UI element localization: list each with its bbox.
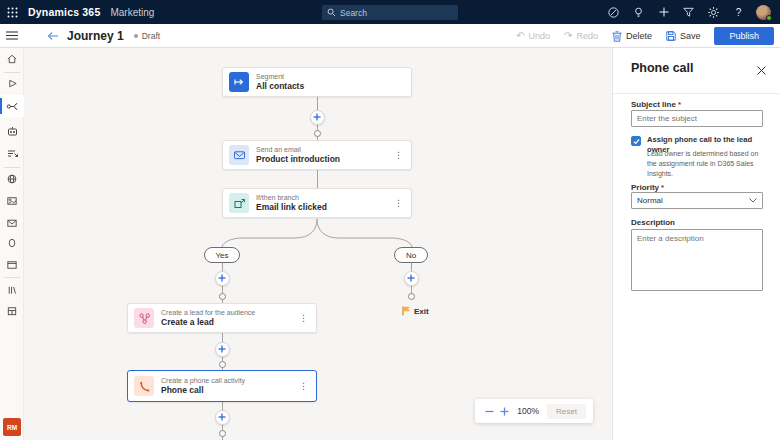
lightbulb-icon[interactable] (626, 0, 651, 24)
sidebar-item-assets[interactable] (0, 190, 24, 212)
globe-icon (6, 173, 18, 185)
node-more-menu[interactable]: ⋮ (392, 150, 405, 160)
node-segment[interactable]: SegmentAll contacts (222, 67, 412, 97)
branch-split-connector (221, 218, 413, 248)
add-step-button[interactable] (215, 410, 230, 425)
filter-icon[interactable] (676, 0, 701, 24)
sidebar-item-triggers[interactable] (0, 142, 24, 164)
app-title[interactable]: Dynamics 365 (28, 6, 100, 18)
node-create-lead[interactable]: Create a lead for the audienceCreate a l… (127, 303, 317, 333)
publish-button[interactable]: Publish (714, 27, 774, 45)
chevron-down-icon (749, 198, 757, 203)
connector-port (219, 361, 226, 368)
browser-window-icon (6, 259, 18, 271)
node-more-menu[interactable]: ⋮ (297, 381, 310, 391)
save-icon (666, 31, 676, 41)
command-actions: ↶Undo ↷Redo Delete Save Publish (516, 24, 774, 48)
sidebar-item-loop[interactable] (0, 232, 24, 254)
app-area[interactable]: Marketing (110, 7, 154, 18)
redo-button[interactable]: ↷Redo (564, 31, 598, 41)
add-step-button[interactable] (215, 342, 230, 357)
image-icon (6, 195, 18, 207)
create-lead-icon (134, 308, 154, 328)
environment-badge[interactable]: RM (3, 418, 21, 436)
subject-label: Subject line* (631, 100, 681, 109)
exit-step[interactable]: Exit (402, 306, 429, 316)
node-more-menu[interactable]: ⋮ (392, 198, 405, 208)
exit-flag-icon (402, 306, 411, 316)
books-icon (6, 284, 18, 296)
sidebar-item-library[interactable] (0, 279, 24, 301)
priority-select[interactable]: Normal (631, 192, 763, 209)
segment-icon (229, 72, 249, 92)
checkbox-checked-icon[interactable] (631, 136, 641, 146)
sidebar-item-journeys[interactable] (0, 95, 24, 117)
app-window: Dynamics 365 Marketing ? Journey 1 Draft… (0, 0, 780, 440)
zoom-in-button[interactable] (497, 403, 512, 419)
hamburger-menu-icon[interactable] (0, 24, 24, 48)
sidebar-item-bot[interactable] (0, 120, 24, 142)
waffle-menu-icon[interactable] (0, 0, 24, 24)
description-textarea[interactable] (631, 229, 763, 291)
connector-port (314, 130, 321, 137)
sidebar-item-analytics[interactable] (0, 168, 24, 190)
presence-indicator (766, 15, 772, 21)
priority-value: Normal (637, 196, 663, 205)
delete-button[interactable]: Delete (612, 31, 652, 42)
connector-line (317, 170, 318, 188)
panel-title: Phone call (631, 61, 694, 75)
status-badge: Draft (142, 31, 160, 41)
node-email[interactable]: Send an emailProduct introduction ⋮ (222, 140, 412, 170)
node-if-then-branch[interactable]: If/then branchEmail link clicked ⋮ (222, 188, 412, 218)
settings-gear-icon[interactable] (701, 0, 726, 24)
priority-label: Priority* (631, 183, 664, 192)
node-phone-call[interactable]: Create a phone call activityPhone call ⋮ (127, 370, 317, 402)
connector-port (408, 293, 415, 300)
phone-call-icon (134, 376, 154, 396)
journey-title: Journey 1 (67, 29, 124, 43)
redo-icon: ↷ (564, 31, 572, 41)
home-icon (6, 53, 18, 65)
search-input[interactable] (340, 8, 450, 18)
sidebar-item-pages[interactable] (0, 254, 24, 276)
play-icon (7, 78, 18, 89)
journey-canvas[interactable]: SegmentAll contacts Send an emailProduct… (24, 48, 612, 440)
add-step-button[interactable] (215, 271, 230, 286)
connector-port (219, 293, 226, 300)
undo-button[interactable]: ↶Undo (516, 31, 550, 41)
save-button[interactable]: Save (666, 31, 701, 41)
branch-icon (229, 193, 249, 213)
undo-icon: ↶ (516, 31, 524, 41)
sidebar-item-home[interactable] (0, 48, 24, 70)
connector-port (219, 430, 226, 437)
subject-input[interactable] (631, 110, 763, 127)
close-icon[interactable] (754, 63, 768, 77)
bot-icon (6, 125, 19, 138)
required-mark: * (678, 100, 681, 109)
global-search[interactable] (322, 5, 458, 20)
help-icon[interactable]: ? (726, 0, 751, 24)
user-avatar[interactable] (751, 0, 776, 24)
add-step-button[interactable] (404, 271, 419, 286)
add-step-button[interactable] (310, 110, 325, 125)
ring-icon (6, 237, 18, 249)
zoom-reset-button[interactable]: Reset (547, 404, 586, 419)
search-icon (327, 8, 336, 17)
node-more-menu[interactable]: ⋮ (297, 313, 310, 323)
sidebar-item-emails[interactable] (0, 212, 24, 234)
plus-icon[interactable] (651, 0, 676, 24)
back-arrow-icon[interactable] (45, 31, 61, 41)
sidebar-item-get-started[interactable] (0, 72, 24, 94)
top-icon-group: ? (601, 0, 776, 24)
task-checker-icon[interactable] (601, 0, 626, 24)
top-nav-bar: Dynamics 365 Marketing ? (0, 0, 780, 24)
grid-box-icon (6, 305, 18, 317)
sidebar-item-settings-area[interactable] (0, 300, 24, 322)
properties-panel: Phone call Subject line* Assign phone ca… (612, 48, 780, 440)
assign-owner-helper-text: Lead owner is determined based on the as… (647, 149, 769, 178)
trash-icon (612, 31, 622, 42)
email-icon (229, 145, 249, 165)
zoom-out-button[interactable] (482, 403, 497, 419)
canvas-zoom-toolbar: 100% Reset (475, 399, 593, 423)
left-nav-rail: RM (0, 48, 24, 440)
